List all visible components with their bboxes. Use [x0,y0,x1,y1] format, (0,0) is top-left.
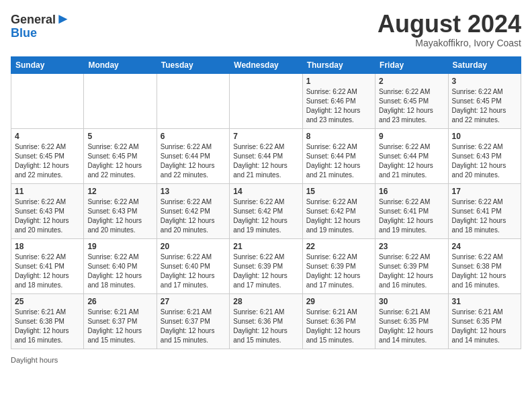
day-number: 13 [161,187,226,196]
calendar-day-cell: 7Sunrise: 6:22 AM Sunset: 6:44 PM Daylig… [230,128,302,183]
day-info: Sunrise: 6:21 AM Sunset: 6:36 PM Dayligh… [233,308,298,345]
day-info: Sunrise: 6:22 AM Sunset: 6:40 PM Dayligh… [161,253,226,290]
day-number: 7 [233,132,298,141]
day-info: Sunrise: 6:22 AM Sunset: 6:44 PM Dayligh… [233,142,298,180]
day-info: Sunrise: 6:21 AM Sunset: 6:35 PM Dayligh… [379,308,444,345]
day-number: 16 [379,187,444,196]
day-info: Sunrise: 6:22 AM Sunset: 6:44 PM Dayligh… [306,142,371,180]
day-info: Sunrise: 6:22 AM Sunset: 6:45 PM Dayligh… [15,142,80,180]
day-info: Sunrise: 6:22 AM Sunset: 6:41 PM Dayligh… [15,253,80,290]
daylight-hours-label: Daylight hours [11,356,58,364]
calendar-day-cell: 12Sunrise: 6:22 AM Sunset: 6:43 PM Dayli… [84,183,157,238]
calendar-header-row: SundayMondayTuesdayWednesdayThursdayFrid… [11,56,521,73]
day-info: Sunrise: 6:22 AM Sunset: 6:43 PM Dayligh… [87,197,152,235]
calendar-day-cell: 21Sunrise: 6:22 AM Sunset: 6:39 PM Dayli… [230,238,302,293]
day-number: 6 [161,132,226,141]
day-number: 23 [379,242,444,251]
calendar-day-cell [84,73,157,128]
day-number: 14 [233,187,298,196]
day-number: 8 [306,132,371,141]
calendar-week-row: 1Sunrise: 6:22 AM Sunset: 6:46 PM Daylig… [11,73,521,128]
footer: Daylight hours [11,356,521,364]
day-info: Sunrise: 6:22 AM Sunset: 6:45 PM Dayligh… [379,87,444,125]
day-number: 15 [306,187,371,196]
day-info: Sunrise: 6:22 AM Sunset: 6:39 PM Dayligh… [306,253,371,290]
day-number: 5 [87,132,152,141]
day-info: Sunrise: 6:21 AM Sunset: 6:38 PM Dayligh… [15,308,80,345]
calendar-day-cell: 6Sunrise: 6:22 AM Sunset: 6:44 PM Daylig… [157,128,229,183]
day-number: 25 [15,297,80,306]
logo: General► Blue [11,11,71,40]
calendar-week-row: 4Sunrise: 6:22 AM Sunset: 6:45 PM Daylig… [11,128,521,183]
calendar-day-cell: 28Sunrise: 6:21 AM Sunset: 6:36 PM Dayli… [230,293,302,349]
day-info: Sunrise: 6:22 AM Sunset: 6:42 PM Dayligh… [306,197,371,235]
logo-wordmark: General► Blue [11,11,71,40]
calendar-day-cell: 31Sunrise: 6:21 AM Sunset: 6:35 PM Dayli… [448,293,521,349]
calendar-day-header: Tuesday [157,56,229,73]
day-number: 24 [452,242,517,251]
day-number: 29 [306,297,371,306]
calendar-day-cell: 29Sunrise: 6:21 AM Sunset: 6:36 PM Dayli… [302,293,375,349]
calendar-week-row: 18Sunrise: 6:22 AM Sunset: 6:41 PM Dayli… [11,238,521,293]
month-title: August 2024 [378,11,521,38]
calendar-day-cell: 23Sunrise: 6:22 AM Sunset: 6:39 PM Dayli… [375,238,448,293]
calendar-day-cell: 25Sunrise: 6:21 AM Sunset: 6:38 PM Dayli… [11,293,84,349]
calendar-day-header: Thursday [302,56,375,73]
day-info: Sunrise: 6:22 AM Sunset: 6:43 PM Dayligh… [15,197,80,235]
calendar-week-row: 11Sunrise: 6:22 AM Sunset: 6:43 PM Dayli… [11,183,521,238]
calendar-day-cell: 27Sunrise: 6:21 AM Sunset: 6:37 PM Dayli… [157,293,229,349]
calendar-day-cell: 1Sunrise: 6:22 AM Sunset: 6:46 PM Daylig… [302,73,375,128]
calendar-day-cell: 22Sunrise: 6:22 AM Sunset: 6:39 PM Dayli… [302,238,375,293]
day-number: 10 [452,132,517,141]
day-info: Sunrise: 6:21 AM Sunset: 6:36 PM Dayligh… [306,308,371,345]
calendar-day-cell: 8Sunrise: 6:22 AM Sunset: 6:44 PM Daylig… [302,128,375,183]
day-info: Sunrise: 6:22 AM Sunset: 6:46 PM Dayligh… [306,87,371,125]
day-number: 28 [233,297,298,306]
day-number: 11 [15,187,80,196]
day-number: 21 [233,242,298,251]
calendar-day-cell: 14Sunrise: 6:22 AM Sunset: 6:42 PM Dayli… [230,183,302,238]
calendar-day-cell: 16Sunrise: 6:22 AM Sunset: 6:41 PM Dayli… [375,183,448,238]
calendar-day-cell: 19Sunrise: 6:22 AM Sunset: 6:40 PM Dayli… [84,238,157,293]
calendar-day-cell: 17Sunrise: 6:22 AM Sunset: 6:41 PM Dayli… [448,183,521,238]
title-block: August 2024 Mayakoffikro, Ivory Coast [378,11,521,48]
day-number: 26 [87,297,152,306]
day-info: Sunrise: 6:22 AM Sunset: 6:41 PM Dayligh… [379,197,444,235]
day-info: Sunrise: 6:22 AM Sunset: 6:40 PM Dayligh… [87,253,152,290]
calendar-day-cell [230,73,302,128]
calendar-day-cell: 24Sunrise: 6:22 AM Sunset: 6:38 PM Dayli… [448,238,521,293]
calendar-day-header: Saturday [448,56,521,73]
calendar-day-cell: 10Sunrise: 6:22 AM Sunset: 6:43 PM Dayli… [448,128,521,183]
calendar-day-cell: 5Sunrise: 6:22 AM Sunset: 6:45 PM Daylig… [84,128,157,183]
day-number: 19 [87,242,152,251]
day-number: 31 [452,297,517,306]
day-info: Sunrise: 6:21 AM Sunset: 6:37 PM Dayligh… [161,308,226,345]
day-info: Sunrise: 6:22 AM Sunset: 6:44 PM Dayligh… [161,142,226,180]
day-info: Sunrise: 6:22 AM Sunset: 6:44 PM Dayligh… [379,142,444,180]
day-info: Sunrise: 6:22 AM Sunset: 6:38 PM Dayligh… [452,253,517,290]
day-number: 17 [452,187,517,196]
calendar-day-cell: 13Sunrise: 6:22 AM Sunset: 6:42 PM Dayli… [157,183,229,238]
calendar-day-cell: 20Sunrise: 6:22 AM Sunset: 6:40 PM Dayli… [157,238,229,293]
calendar-day-cell: 11Sunrise: 6:22 AM Sunset: 6:43 PM Dayli… [11,183,84,238]
logo-blue: Blue [11,27,71,40]
day-number: 1 [306,77,371,86]
day-number: 12 [87,187,152,196]
day-info: Sunrise: 6:22 AM Sunset: 6:45 PM Dayligh… [87,142,152,180]
day-info: Sunrise: 6:22 AM Sunset: 6:42 PM Dayligh… [233,197,298,235]
day-info: Sunrise: 6:22 AM Sunset: 6:43 PM Dayligh… [452,142,517,180]
day-info: Sunrise: 6:22 AM Sunset: 6:42 PM Dayligh… [161,197,226,235]
calendar-day-header: Wednesday [230,56,302,73]
day-info: Sunrise: 6:22 AM Sunset: 6:41 PM Dayligh… [452,197,517,235]
calendar-day-cell: 15Sunrise: 6:22 AM Sunset: 6:42 PM Dayli… [302,183,375,238]
calendar-day-cell: 30Sunrise: 6:21 AM Sunset: 6:35 PM Dayli… [375,293,448,349]
day-number: 2 [379,77,444,86]
day-info: Sunrise: 6:22 AM Sunset: 6:45 PM Dayligh… [452,87,517,125]
day-info: Sunrise: 6:22 AM Sunset: 6:39 PM Dayligh… [379,253,444,290]
calendar-day-cell: 3Sunrise: 6:22 AM Sunset: 6:45 PM Daylig… [448,73,521,128]
calendar-day-cell: 9Sunrise: 6:22 AM Sunset: 6:44 PM Daylig… [375,128,448,183]
calendar-day-cell: 2Sunrise: 6:22 AM Sunset: 6:45 PM Daylig… [375,73,448,128]
calendar-day-header: Monday [84,56,157,73]
day-number: 3 [452,77,517,86]
day-info: Sunrise: 6:21 AM Sunset: 6:35 PM Dayligh… [452,308,517,345]
